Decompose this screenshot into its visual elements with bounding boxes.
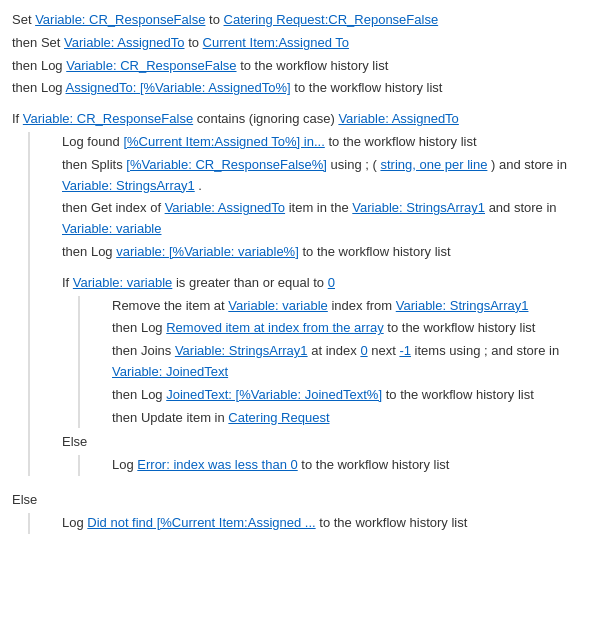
text-to-history7: to the workflow history list — [301, 457, 449, 472]
then-log-variable: then Log variable: [%Variable: variable%… — [62, 242, 597, 263]
then-joins: then Joins Variable: StringsArray1 at in… — [112, 341, 597, 383]
prefix-then-update: then Update item in — [112, 410, 228, 425]
link-joinedtext-pct[interactable]: JoinedText: [%Variable: JoinedText%] — [166, 387, 382, 402]
link-var-variable2[interactable]: Variable: variable — [73, 275, 172, 290]
text-to2: to — [188, 35, 202, 50]
if-keyword: If — [12, 111, 23, 126]
link-did-not-find[interactable]: Did not find [%Current Item:Assigned ... — [87, 515, 315, 530]
text-greater: is greater than or equal to — [176, 275, 328, 290]
workflow-container: Set Variable: CR_ResponseFalse to Cateri… — [12, 10, 597, 534]
link-var-variable3[interactable]: Variable: variable — [228, 298, 327, 313]
text-to: to — [209, 12, 223, 27]
then-get-index: then Get index of Variable: AssignedTo i… — [62, 198, 597, 240]
link-error-index[interactable]: Error: index was less than 0 — [137, 457, 297, 472]
remove-item: Remove the item at Variable: variable in… — [112, 296, 597, 317]
text-contains: contains (ignoring case) — [197, 111, 339, 126]
link-var-variable[interactable]: Variable: variable — [62, 221, 161, 236]
link-removed-item[interactable]: Removed item at index from the array — [166, 320, 383, 335]
prefix-then-log3: then Log — [62, 244, 116, 259]
text-to-history6: to the workflow history list — [386, 387, 534, 402]
prefix-log-error: Log — [112, 457, 137, 472]
text-to-history8: to the workflow history list — [319, 515, 467, 530]
link-zero[interactable]: 0 — [328, 275, 335, 290]
text-and-store: and store in — [489, 200, 557, 215]
line-set-assignedto: then Set Variable: AssignedTo to Current… — [12, 33, 597, 54]
prefix-then-splits: then Splits — [62, 157, 126, 172]
prefix-log-found: Log found — [62, 134, 123, 149]
link-var-cr-responsefalse2[interactable]: Variable: CR_ResponseFalse — [66, 58, 236, 73]
text-dot: . — [198, 178, 202, 193]
text-using: using ; ( — [331, 157, 381, 172]
inner-else-label: Else — [62, 432, 597, 453]
link-var-stringsarray1[interactable]: Variable: StringsArray1 — [62, 178, 195, 193]
log-error: Log Error: index was less than 0 to the … — [112, 455, 597, 476]
link-var-assignedto[interactable]: Variable: AssignedTo — [64, 35, 184, 50]
if-condition-outer: If Variable: CR_ResponseFalse contains (… — [12, 109, 597, 130]
prefix-then-log4: then Log — [112, 320, 166, 335]
line-log-assignedto: then Log AssignedTo: [%Variable: Assigne… — [12, 78, 597, 99]
prefix-log-not-found: Log — [62, 515, 87, 530]
link-string-one-per-line[interactable]: string, one per line — [380, 157, 487, 172]
text-store: ) and store in — [491, 157, 567, 172]
link-var-stringsarray1b[interactable]: Variable: StringsArray1 — [352, 200, 485, 215]
link-var-joinedtext[interactable]: Variable: JoinedText — [112, 364, 228, 379]
else-body-outer: Log Did not find [%Current Item:Assigned… — [28, 513, 597, 534]
link-catering-request[interactable]: Catering Request — [228, 410, 329, 425]
text-at-index: at index — [311, 343, 360, 358]
link-neg1[interactable]: -1 — [399, 343, 411, 358]
link-catering-cr-reponsefalse[interactable]: Catering Request:CR_ReponseFalse — [224, 12, 439, 27]
outer-else-label: Else — [12, 490, 597, 511]
text-to-history: to the workflow history list — [240, 58, 388, 73]
prefix-set: Set — [12, 12, 35, 27]
line-set-cr: Set Variable: CR_ResponseFalse to Cateri… — [12, 10, 597, 31]
line-log-cr: then Log Variable: CR_ResponseFalse to t… — [12, 56, 597, 77]
then-splits: then Splits [%Variable: CR_ResponseFalse… — [62, 155, 597, 197]
link-var-assignedto2[interactable]: Variable: AssignedTo — [338, 111, 458, 126]
link-var-variable-pct[interactable]: variable: [%Variable: variable%] — [116, 244, 299, 259]
text-index-from: index from — [331, 298, 395, 313]
prefix-then-log2: then Log — [12, 80, 66, 95]
log-not-found: Log Did not find [%Current Item:Assigned… — [62, 513, 597, 534]
text-to-history5: to the workflow history list — [387, 320, 535, 335]
link-var-cr-pct[interactable]: [%Variable: CR_ResponseFalse%] — [126, 157, 327, 172]
if-condition-inner: If Variable: variable is greater than or… — [62, 273, 597, 294]
then-log-joined: then Log JoinedText: [%Variable: JoinedT… — [112, 385, 597, 406]
prefix-then-log5: then Log — [112, 387, 166, 402]
log-removed: then Log Removed item at index from the … — [112, 318, 597, 339]
link-zero2[interactable]: 0 — [360, 343, 367, 358]
prefix-then-log: then Log — [12, 58, 66, 73]
link-var-assignedto3[interactable]: Variable: AssignedTo — [165, 200, 285, 215]
if-keyword2: If — [62, 275, 73, 290]
link-current-assignedto-pct[interactable]: [%Current Item:Assigned To%] in... — [123, 134, 324, 149]
if-body-outer: Log found [%Current Item:Assigned To%] i… — [28, 132, 597, 476]
link-current-assignedto[interactable]: Current Item:Assigned To — [203, 35, 349, 50]
text-to-history2: to the workflow history list — [294, 80, 442, 95]
text-items-using: items using ; and store in — [415, 343, 560, 358]
prefix-then-set: then Set — [12, 35, 64, 50]
prefix-remove: Remove the item at — [112, 298, 228, 313]
link-cr-responsefalse[interactable]: Variable: CR_ResponseFalse — [35, 12, 205, 27]
then-update: then Update item in Catering Request — [112, 408, 597, 429]
else-body-inner: Log Error: index was less than 0 to the … — [78, 455, 597, 476]
if-body-inner: Remove the item at Variable: variable in… — [78, 296, 597, 429]
link-assignedto-pct[interactable]: AssignedTo: [%Variable: AssignedTo%] — [66, 80, 291, 95]
text-next: next — [371, 343, 399, 358]
prefix-then-joins: then Joins — [112, 343, 175, 358]
text-item-in: item in the — [289, 200, 353, 215]
text-to-history3: to the workflow history list — [328, 134, 476, 149]
text-to-history4: to the workflow history list — [302, 244, 450, 259]
link-var-stringsarray1c[interactable]: Variable: StringsArray1 — [396, 298, 529, 313]
link-var-cr-responsefalse3[interactable]: Variable: CR_ResponseFalse — [23, 111, 193, 126]
log-found: Log found [%Current Item:Assigned To%] i… — [62, 132, 597, 153]
link-var-stringsarray1d[interactable]: Variable: StringsArray1 — [175, 343, 308, 358]
prefix-then-get: then Get index of — [62, 200, 165, 215]
